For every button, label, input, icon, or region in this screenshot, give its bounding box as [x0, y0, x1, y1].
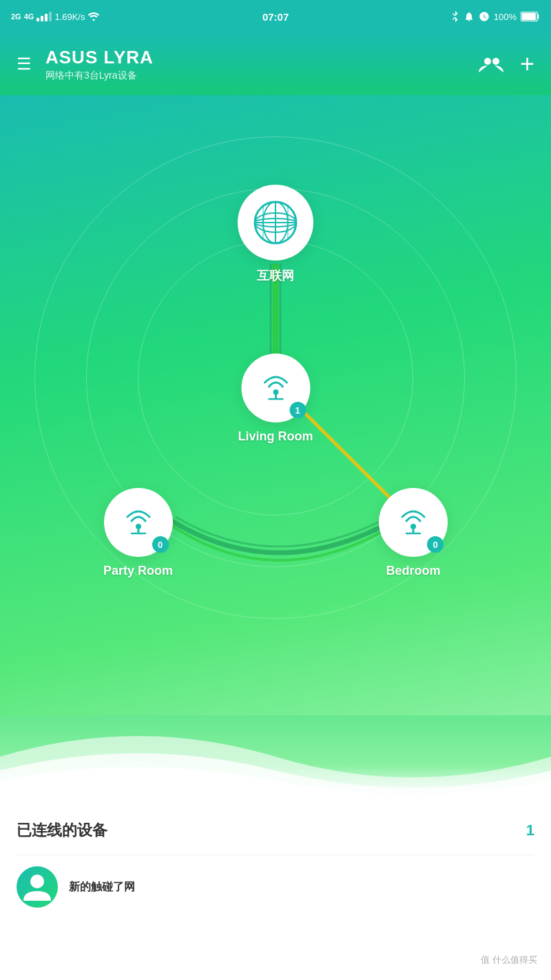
- bedroom-circle: 0: [379, 488, 448, 557]
- living-room-node[interactable]: 1 Living Room: [238, 354, 313, 444]
- header: ☰ ASUS LYRA 网络中有3台Lyra设备 +: [0, 33, 551, 95]
- status-bar: 2G 4G 1.69K/s 07:07 100%: [0, 0, 551, 33]
- internet-label: 互联网: [257, 267, 294, 284]
- header-left: ☰ ASUS LYRA 网络中有3台Lyra设备: [17, 47, 154, 82]
- device-name: 新的触碰了网: [69, 880, 534, 895]
- device-avatar-icon: [17, 866, 58, 908]
- wave-svg: [0, 715, 551, 798]
- svg-point-19: [136, 524, 141, 529]
- users-icon[interactable]: [479, 53, 503, 75]
- device-info: 新的触碰了网: [69, 880, 534, 895]
- watermark: 值 什么值得买: [481, 954, 537, 966]
- party-room-badge: 0: [152, 536, 169, 553]
- device-avatar: [17, 866, 58, 908]
- battery-icon: [521, 12, 540, 21]
- header-right: +: [479, 50, 534, 79]
- bluetooth-icon: [451, 10, 459, 23]
- menu-button[interactable]: ☰: [17, 56, 32, 72]
- add-button[interactable]: +: [520, 50, 534, 79]
- party-room-circle: 0: [104, 488, 173, 557]
- bedroom-badge: 0: [427, 536, 444, 553]
- bottom-section: 已连线的设备 1 新的触碰了网: [0, 798, 551, 919]
- svg-point-3: [492, 58, 499, 65]
- party-room-label: Party Room: [103, 564, 173, 578]
- connected-devices-count: 1: [526, 821, 534, 839]
- internet-node[interactable]: 互联网: [238, 185, 313, 284]
- living-room-label: Living Room: [238, 429, 313, 444]
- section-header: 已连线的设备 1: [17, 820, 534, 841]
- header-title-area: ASUS LYRA 网络中有3台Lyra设备: [45, 47, 154, 82]
- wifi-icon: [87, 12, 100, 21]
- wave-separator: [0, 715, 551, 798]
- battery-text: 100%: [494, 12, 517, 22]
- status-time: 07:07: [262, 11, 289, 23]
- status-right: 100%: [451, 10, 540, 23]
- speed-indicator: 1.69K/s: [54, 12, 85, 22]
- connected-devices-title: 已连线的设备: [17, 820, 107, 841]
- lte-indicator: 4G: [24, 12, 34, 21]
- device-item[interactable]: 新的触碰了网: [17, 855, 534, 919]
- svg-point-22: [410, 524, 416, 529]
- svg-point-16: [273, 389, 278, 395]
- alarm-icon: [464, 11, 475, 22]
- bedroom-node[interactable]: 0 Bedroom: [379, 488, 448, 578]
- network-indicator: 2G: [11, 12, 21, 21]
- status-left: 2G 4G 1.69K/s: [11, 12, 100, 22]
- living-room-circle: 1: [241, 354, 310, 422]
- living-room-badge: 1: [289, 402, 306, 418]
- app-title: ASUS LYRA: [45, 47, 154, 68]
- topology-area: 互联网 1 Living Room: [0, 95, 551, 715]
- app-subtitle: 网络中有3台Lyra设备: [45, 70, 154, 82]
- signal-bars: [37, 12, 52, 21]
- router-icon-bedroom: [394, 503, 433, 542]
- network-diagram: 互联网 1 Living Room: [83, 171, 468, 640]
- svg-point-25: [30, 875, 44, 888]
- clock-icon: [479, 11, 490, 22]
- globe-icon: [251, 198, 300, 247]
- svg-rect-1: [522, 13, 536, 21]
- router-icon-living: [256, 369, 295, 407]
- router-icon-party: [119, 503, 158, 542]
- bedroom-label: Bedroom: [386, 564, 440, 578]
- party-room-node[interactable]: 0 Party Room: [103, 488, 173, 578]
- internet-circle: [238, 185, 313, 261]
- svg-point-2: [484, 58, 491, 65]
